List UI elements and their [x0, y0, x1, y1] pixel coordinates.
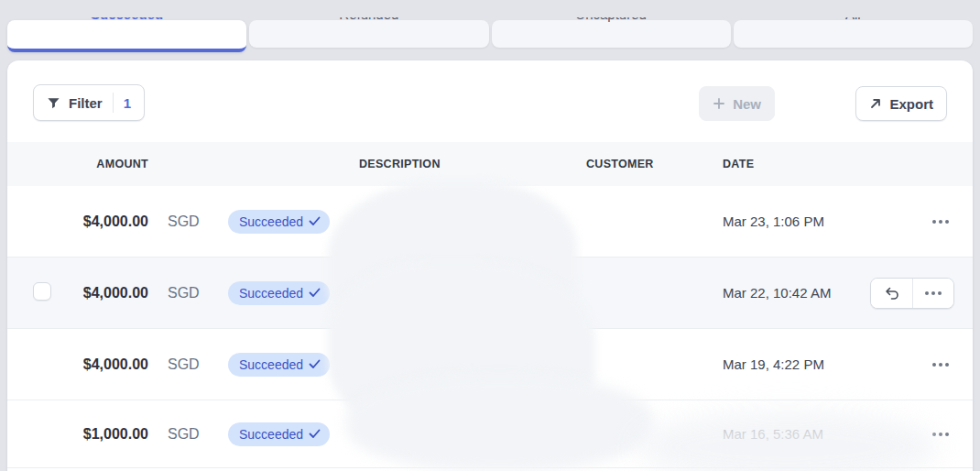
divider [113, 93, 114, 113]
amount-value: $4,000.00 [70, 285, 148, 301]
status-badge: Succeeded [228, 281, 330, 305]
amount-value: $4,000.00 [70, 214, 148, 230]
currency-label: SGD [148, 285, 221, 301]
currency-label: SGD [148, 426, 221, 443]
currency-label: SGD [148, 214, 221, 230]
checkbox-cell [7, 282, 70, 304]
status-cell: Succeeded [221, 422, 352, 446]
tab-uncaptured[interactable]: Uncaptured [492, 20, 731, 48]
column-header-amount[interactable]: AMOUNT [70, 158, 148, 170]
check-icon [309, 216, 321, 226]
ellipsis-icon[interactable] [931, 214, 951, 229]
export-label: Export [889, 96, 933, 112]
actions-cell [863, 214, 973, 229]
status-label: Succeeded [239, 357, 303, 372]
row-action-group [870, 278, 954, 309]
refund-button[interactable] [871, 279, 912, 308]
toolbar: Filter 1 New Export [7, 60, 973, 142]
status-label: Succeeded [239, 427, 303, 442]
ellipsis-icon[interactable] [931, 357, 951, 372]
tab-strip: Succeeded Refunded Uncaptured All [7, 20, 973, 52]
status-label: Succeeded [239, 286, 303, 301]
column-header-date[interactable]: DATE [715, 158, 863, 170]
funnel-icon [47, 96, 60, 110]
undo-arrow-icon [885, 287, 899, 300]
plus-icon [713, 97, 725, 110]
status-badge: Succeeded [228, 422, 330, 446]
filter-label: Filter [69, 95, 103, 111]
tab-succeeded[interactable]: Succeeded [7, 20, 246, 52]
row-checkbox[interactable] [33, 282, 51, 301]
amount-value: $1,000.00 [70, 426, 148, 443]
check-icon [309, 429, 321, 439]
check-icon [309, 288, 321, 298]
date-value: Mar 22, 10:42 AM [715, 285, 863, 301]
status-badge: Succeeded [228, 353, 330, 377]
column-header-customer[interactable]: CUSTOMER [579, 158, 715, 170]
new-label: New [733, 96, 761, 112]
amount-value: $4,000.00 [70, 356, 148, 373]
tab-all[interactable]: All [734, 20, 973, 48]
currency-label: SGD [148, 356, 221, 373]
column-header-description[interactable]: DESCRIPTION [352, 158, 579, 170]
actions-cell [863, 357, 973, 372]
filter-button[interactable]: Filter 1 [33, 84, 145, 121]
export-button[interactable]: Export [855, 86, 947, 121]
tab-refunded[interactable]: Refunded [249, 20, 488, 48]
check-icon [309, 359, 321, 369]
status-label: Succeeded [239, 214, 303, 229]
row-menu-button[interactable] [912, 279, 953, 308]
ellipsis-icon [923, 286, 943, 301]
new-button[interactable]: New [699, 86, 775, 121]
top-clip-mask [0, 0, 980, 17]
table-header-row: AMOUNT DESCRIPTION CUSTOMER DATE [7, 142, 973, 186]
status-cell: Succeeded [221, 210, 352, 234]
status-badge: Succeeded [228, 210, 330, 234]
date-value: Mar 23, 1:06 PM [715, 214, 863, 229]
filter-count-badge: 1 [124, 95, 131, 111]
redaction-blob [346, 376, 653, 471]
actions-cell [863, 278, 973, 309]
date-value: Mar 19, 4:22 PM [715, 356, 863, 372]
arrow-up-right-icon [869, 97, 882, 110]
